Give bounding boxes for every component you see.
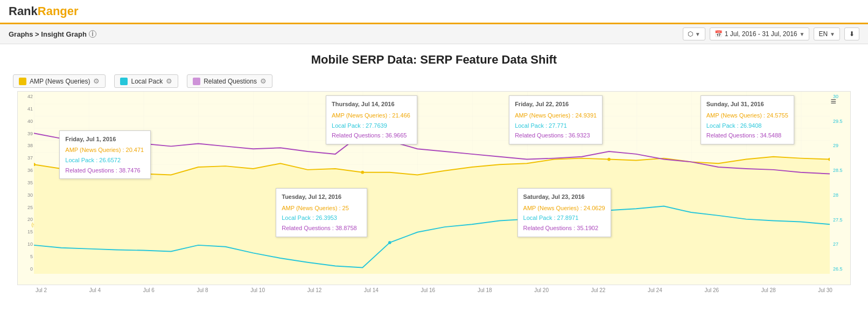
tooltip-jul22-local: Local Pack : 27.771 [515, 121, 597, 131]
tooltip-jul12-related: Related Questions : 38.8758 [282, 223, 361, 233]
x-label-jul4: Jul 4 [89, 287, 101, 293]
y-axis-left: 42 41 40 39 38 37 36 35 30 25 20 15 10 5… [19, 92, 34, 274]
x-label-jul20: Jul 20 [534, 287, 549, 293]
x-label-jul2: Jul 2 [36, 287, 47, 293]
x-label-jul12: Jul 12 [307, 287, 322, 293]
tooltip-jul22-related: Related Questions : 36.9323 [515, 130, 597, 141]
x-label-jul6: Jul 6 [143, 287, 155, 293]
date-range-button[interactable]: 📅 1 Jul, 2016 - 31 Jul, 2016 ▼ [710, 27, 810, 40]
tooltip-jul12-local: Local Pack : 26.3953 [282, 213, 361, 223]
legend: AMP (News Queries) ⚙ Local Pack ⚙ Relate… [0, 71, 868, 91]
tooltip-jul22-amp: AMP (News Queries) : 24.9391 [515, 110, 597, 121]
legend-local: Local Pack ⚙ [114, 74, 178, 88]
logo: RankRanger [9, 4, 79, 18]
x-label-jul16: Jul 16 [421, 287, 435, 293]
tooltip-jul31-amp: AMP (News Queries) : 24.5755 [706, 110, 788, 121]
tooltip-jul14-local: Local Pack : 27.7639 [332, 121, 411, 131]
related-gear-icon[interactable]: ⚙ [260, 77, 267, 85]
logo-rank: Rank [9, 4, 38, 18]
tooltip-jul31-date: Sunday, Jul 31, 2016 [706, 99, 788, 109]
tooltip-jul1: Friday, Jul 1, 2016 AMP (News Queries) :… [59, 130, 151, 179]
local-gear-icon[interactable]: ⚙ [166, 77, 172, 85]
x-label-jul22: Jul 22 [591, 287, 606, 293]
tooltip-jul14-date: Thursday, Jul 14, 2016 [332, 99, 411, 109]
subheader: Graphs > Insight Graph i ⬡ ▼ 📅 1 Jul, 20… [0, 24, 868, 44]
tooltip-jul1-local: Local Pack : 26.6572 [65, 155, 145, 165]
tooltip-jul23: Saturday, Jul 23, 2016 AMP (News Queries… [517, 188, 611, 237]
chart-container: ≡ 42 41 40 39 38 37 36 35 30 25 20 15 10… [17, 91, 851, 285]
download-icon: ⬇ [849, 30, 855, 38]
download-button[interactable]: ⬇ [844, 27, 859, 40]
language-button[interactable]: EN ▼ [814, 27, 840, 40]
related-color-box [193, 78, 200, 85]
tooltip-jul23-local: Local Pack : 27.8971 [523, 213, 605, 223]
date-range-label: 1 Jul, 2016 - 31 Jul, 2016 [725, 30, 797, 38]
toolbar: ⬡ ▼ 📅 1 Jul, 2016 - 31 Jul, 2016 ▼ EN ▼ … [683, 27, 859, 40]
tooltip-jul12-amp: AMP (News Queries) : 25 [282, 203, 361, 213]
x-label-jul30: Jul 30 [818, 287, 832, 293]
x-label-jul24: Jul 24 [648, 287, 662, 293]
svg-point-4 [388, 241, 391, 244]
y-axis-right: 30 29.5 29 28.5 28 27.5 27 26.5 [832, 92, 849, 274]
tooltip-jul23-related: Related Questions : 35.1902 [523, 223, 605, 233]
tooltip-jul1-related: Related Questions : 38.7476 [65, 165, 145, 176]
tooltip-jul31: Sunday, Jul 31, 2016 AMP (News Queries) … [701, 95, 794, 144]
cube-button[interactable]: ⬡ ▼ [683, 27, 705, 40]
svg-point-5 [607, 158, 611, 161]
x-label-jul18: Jul 18 [478, 287, 492, 293]
svg-point-3 [361, 171, 364, 174]
header: RankRanger [0, 0, 868, 24]
local-label: Local Pack [131, 78, 163, 85]
tooltip-jul31-related: Related Questions : 34.5488 [706, 130, 788, 141]
tooltip-jul23-amp: AMP (News Queries) : 24.0629 [523, 203, 605, 213]
legend-related: Related Questions ⚙ [187, 74, 272, 88]
info-icon[interactable]: i [89, 30, 96, 38]
tooltip-jul23-date: Saturday, Jul 23, 2016 [523, 192, 605, 202]
tooltip-jul31-local: Local Pack : 26.9408 [706, 121, 788, 131]
amp-color-box [19, 78, 26, 85]
logo-ranger: Ranger [38, 4, 79, 18]
calendar-icon: 📅 [715, 30, 723, 38]
tooltip-jul1-amp: AMP (News Queries) : 20.471 [65, 145, 145, 155]
breadcrumb-text: Graphs > Insight Graph [9, 30, 87, 38]
tooltip-jul12-date: Tuesday, Jul 12, 2016 [282, 192, 361, 202]
x-label-jul10: Jul 10 [250, 287, 265, 293]
tooltip-jul14-amp: AMP (News Queries) : 21.466 [332, 110, 411, 121]
tooltip-jul12: Tuesday, Jul 12, 2016 AMP (News Queries)… [276, 188, 367, 237]
legend-amp: AMP (News Queries) ⚙ [13, 74, 106, 88]
amp-gear-icon[interactable]: ⚙ [93, 77, 100, 85]
tooltip-jul14: Thursday, Jul 14, 2016 AMP (News Queries… [326, 95, 417, 144]
local-color-box [120, 78, 128, 85]
tooltip-jul22-date: Friday, Jul 22, 2016 [515, 99, 597, 109]
cube-icon: ⬡ [688, 30, 693, 38]
main-content: ≡ 42 41 40 39 38 37 36 35 30 25 20 15 10… [0, 91, 868, 293]
tooltip-jul1-date: Friday, Jul 1, 2016 [65, 134, 145, 144]
x-axis: Jul 2 Jul 4 Jul 6 Jul 8 Jul 10 Jul 12 Ju… [9, 285, 859, 293]
amp-label: AMP (News Queries) [30, 78, 90, 85]
tooltip-jul14-related: Related Questions : 36.9665 [332, 130, 411, 141]
related-label: Related Questions [204, 78, 257, 85]
breadcrumb: Graphs > Insight Graph i [9, 30, 96, 38]
cube-dropdown-arrow: ▼ [695, 31, 701, 37]
tooltip-jul22: Friday, Jul 22, 2016 AMP (News Queries) … [509, 95, 603, 144]
lang-dropdown-arrow: ▼ [830, 31, 835, 37]
language-label: EN [818, 30, 828, 38]
x-label-jul28: Jul 28 [761, 287, 776, 293]
x-label-jul8: Jul 8 [197, 287, 208, 293]
x-label-jul14: Jul 14 [364, 287, 379, 293]
page-title: Mobile SERP Data: SERP Feature Data Shif… [0, 44, 868, 71]
x-label-jul26: Jul 26 [704, 287, 719, 293]
date-dropdown-arrow: ▼ [800, 31, 805, 37]
